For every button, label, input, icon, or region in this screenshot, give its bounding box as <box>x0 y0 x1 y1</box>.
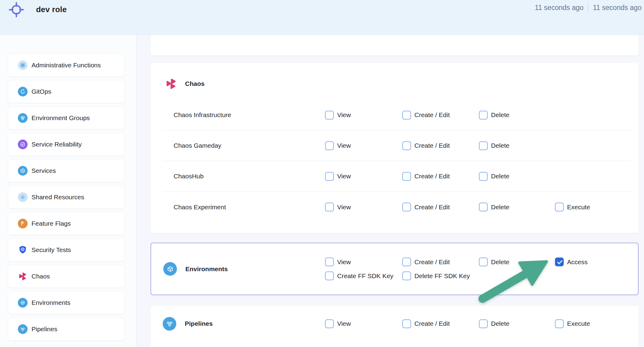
timestamp-divider <box>588 3 588 12</box>
chaos-pinwheel-icon <box>18 271 28 281</box>
permission-checkbox-access[interactable]: Access <box>555 258 638 266</box>
chaos-pinwheel-icon <box>165 77 178 90</box>
row-label: Chaos Gameday <box>163 142 325 149</box>
checkbox-icon[interactable] <box>555 258 564 266</box>
permission-checkbox-view[interactable]: View <box>325 172 402 181</box>
permission-checkbox-view[interactable]: View <box>325 141 402 150</box>
checkbox-icon[interactable] <box>325 271 334 280</box>
permission-row-chaos-experiment: Chaos Experiment View Create / Edit Dele… <box>163 192 631 222</box>
permissions-panel: Chaos Chaos Infrastructure View Create /… <box>137 35 644 347</box>
sidebar-item-pipelines[interactable]: Pipelines <box>8 318 125 341</box>
sidebar-item-feature-flags[interactable]: Feature Flags <box>8 212 125 235</box>
environments-cube-icon <box>163 262 177 276</box>
checkbox-icon[interactable] <box>555 203 564 211</box>
permission-checkbox-delete[interactable]: Delete <box>479 258 555 266</box>
checkbox-icon[interactable] <box>325 172 334 181</box>
sidebar-item-administrative-functions[interactable]: Administrative Functions <box>8 54 125 77</box>
permission-checkbox-view[interactable]: View <box>325 111 402 120</box>
checkbox-icon[interactable] <box>402 111 411 120</box>
permission-checkbox-delete[interactable]: Delete <box>479 172 555 181</box>
checkbox-icon[interactable] <box>479 203 488 211</box>
timestamps: 11 seconds ago 11 seconds ago <box>535 3 642 12</box>
sidebar-item-environment-groups[interactable]: Environment Groups <box>8 106 125 130</box>
permission-row-chaoshub: ChaosHub View Create / Edit Delete <box>163 161 631 192</box>
security-shield-icon <box>18 245 28 255</box>
checkbox-icon[interactable] <box>402 203 411 211</box>
checkbox-icon[interactable] <box>402 172 411 181</box>
pipelines-card-header: Pipelines <box>151 317 325 331</box>
permission-checkbox-delete[interactable]: Delete <box>479 319 555 328</box>
permission-card-environments: Environments View Create / Edit Delete A… <box>151 243 639 295</box>
permission-checkbox-create-edit[interactable]: Create / Edit <box>402 258 479 266</box>
app-header: dev role 11 seconds ago 11 seconds ago <box>0 0 644 35</box>
permission-card-pipelines: Pipelines View Create / Edit Delete Exec… <box>151 306 639 347</box>
role-target-icon <box>8 1 25 19</box>
checkbox-icon[interactable] <box>479 258 488 266</box>
permission-checkbox-create-edit[interactable]: Create / Edit <box>402 203 479 211</box>
environments-permission-line-2: Create FF SDK Key Delete FF SDK Key <box>325 271 638 280</box>
sidebar-item-services[interactable]: Services <box>8 159 125 182</box>
page-title: dev role <box>36 5 67 14</box>
checkbox-icon[interactable] <box>479 172 488 181</box>
permission-checkbox-execute[interactable]: Execute <box>555 203 631 211</box>
pipelines-chain-icon <box>18 324 28 334</box>
checkbox-icon[interactable] <box>325 111 334 120</box>
permission-checkbox-create-edit[interactable]: Create / Edit <box>402 111 479 120</box>
checkbox-icon[interactable] <box>555 319 564 328</box>
permission-checkbox-execute[interactable]: Execute <box>555 319 639 328</box>
row-label: Chaos Infrastructure <box>163 111 325 119</box>
checkbox-icon[interactable] <box>479 319 488 328</box>
checkbox-icon[interactable] <box>325 203 334 211</box>
environment-groups-icon <box>18 113 28 123</box>
sidebar-item-chaos[interactable]: Chaos <box>8 265 125 288</box>
checkbox-icon[interactable] <box>402 141 411 150</box>
permission-checkbox-view[interactable]: View <box>325 203 402 211</box>
role-permissions-page: dev role 11 seconds ago 11 seconds ago A… <box>0 0 644 347</box>
gear-icon <box>18 60 28 70</box>
checkbox-icon[interactable] <box>479 141 488 150</box>
card-title: Chaos <box>185 80 204 87</box>
sidebar-item-security-tests[interactable]: Security Tests <box>8 238 125 261</box>
chaos-card-header: Chaos <box>151 77 639 90</box>
permission-checkbox-delete[interactable]: Delete <box>479 111 555 120</box>
environments-permission-line-1: View Create / Edit Delete Access <box>325 258 638 266</box>
checkbox-icon[interactable] <box>402 258 411 266</box>
checkbox-icon[interactable] <box>479 111 488 120</box>
permission-checkbox-view[interactable]: View <box>325 319 402 328</box>
checkbox-icon[interactable] <box>402 319 411 328</box>
service-reliability-check-icon <box>18 140 28 149</box>
sidebar-item-label: Chaos <box>32 273 50 280</box>
sidebar-item-shared-resources[interactable]: Shared Resources <box>8 186 125 209</box>
permission-checkbox-view[interactable]: View <box>325 258 402 266</box>
gitops-sync-icon <box>18 87 28 96</box>
sidebar-item-label: Environment Groups <box>32 114 90 122</box>
sidebar-item-label: Services <box>32 167 56 174</box>
chaos-permission-rows: Chaos Infrastructure View Create / Edit … <box>163 100 631 222</box>
sidebar-item-label: Administrative Functions <box>32 62 101 69</box>
feature-flags-flag-icon <box>18 219 28 228</box>
permission-checkbox-delete[interactable]: Delete <box>479 141 555 150</box>
permission-row-chaos-gameday: Chaos Gameday View Create / Edit Delete <box>163 130 631 161</box>
permission-checkbox-create-ff-sdk-key[interactable]: Create FF SDK Key <box>325 271 402 280</box>
card-title: Pipelines <box>185 320 213 327</box>
checkbox-icon[interactable] <box>402 271 411 280</box>
sidebar-item-label: Feature Flags <box>32 220 71 227</box>
pipelines-permissions: View Create / Edit Delete Execute <box>325 319 639 328</box>
sidebar-item-gitops[interactable]: GitOps <box>8 80 125 103</box>
sidebar-item-service-reliability[interactable]: Service Reliability <box>8 133 125 156</box>
content-area: Administrative Functions GitOps Environm… <box>0 35 644 347</box>
checkbox-icon[interactable] <box>325 258 334 266</box>
sidebar-item-environments[interactable]: Environments <box>8 291 125 314</box>
sidebar-item-label: Pipelines <box>32 325 57 333</box>
sidebar-item-label: Shared Resources <box>32 194 84 201</box>
permission-checkbox-create-edit[interactable]: Create / Edit <box>402 319 479 328</box>
permission-card-chaos: Chaos Chaos Infrastructure View Create /… <box>151 63 639 233</box>
environments-cube-icon <box>18 298 28 308</box>
permission-checkbox-delete-ff-sdk-key[interactable]: Delete FF SDK Key <box>402 271 479 280</box>
permission-checkbox-delete[interactable]: Delete <box>479 203 555 211</box>
checkbox-icon[interactable] <box>325 319 334 328</box>
permission-checkbox-create-edit[interactable]: Create / Edit <box>402 172 479 181</box>
permission-checkbox-create-edit[interactable]: Create / Edit <box>402 141 479 150</box>
card-partial-top <box>151 35 639 56</box>
checkbox-icon[interactable] <box>325 141 334 150</box>
